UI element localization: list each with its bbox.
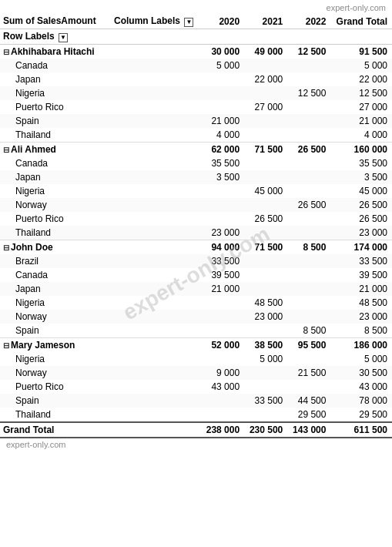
group-total-cell: 12 500 <box>287 45 330 59</box>
group-total-cell: 26 500 <box>287 143 330 157</box>
cell-value <box>287 184 330 198</box>
table-row: Nigeria45 00045 000 <box>0 184 392 198</box>
cell-value <box>201 212 244 226</box>
table-row: Spain21 00021 000 <box>0 114 392 128</box>
cell-value <box>201 184 244 198</box>
group-total-cell: 8 500 <box>287 240 330 255</box>
cell-value <box>244 114 287 128</box>
row-label: Brazil <box>0 254 201 268</box>
cell-value: 21 000 <box>330 282 392 296</box>
cell-value: 5 000 <box>330 59 392 72</box>
cell-value: 33 500 <box>330 254 392 268</box>
cell-value <box>244 226 287 240</box>
cell-value <box>287 296 330 310</box>
col-labels-label: Column Labels <box>114 15 180 26</box>
cell-value: 26 500 <box>287 198 330 212</box>
expand-icon[interactable]: ⊟ <box>3 341 9 350</box>
column-labels-filter-icon[interactable]: ▼ <box>184 18 193 27</box>
cell-value: 8 500 <box>330 324 392 338</box>
bottom-brand: expert-only.com <box>0 438 392 452</box>
row-label: Canada <box>0 268 201 282</box>
group-row: ⊟John Doe94 00071 5008 500174 000 <box>0 240 392 255</box>
group-total-cell: 71 500 <box>244 143 287 157</box>
table-row: Japan3 5003 500 <box>0 170 392 184</box>
row-label: Canada <box>0 156 201 170</box>
grand-total-label: Grand Total <box>0 422 201 438</box>
cell-value: 21 000 <box>201 282 244 296</box>
cell-value: 12 500 <box>287 86 330 100</box>
cell-value <box>287 170 330 184</box>
cell-value <box>201 310 244 324</box>
cell-value: 21 500 <box>287 366 330 380</box>
row-label: Thailand <box>0 226 201 240</box>
cell-value <box>244 366 287 380</box>
column-header-row: Sum of SalesAmount Column Labels ▼ 2020 … <box>0 14 392 29</box>
row-label: Spain <box>0 394 201 408</box>
expand-icon[interactable]: ⊟ <box>3 243 9 252</box>
row-labels-label: Row Labels ▼ <box>0 29 201 45</box>
expand-icon[interactable]: ⊟ <box>3 146 9 154</box>
grand-total-row: Grand Total238 000230 500143 000611 500 <box>0 422 392 438</box>
cell-value: 39 500 <box>330 268 392 282</box>
row-label: Spain <box>0 114 201 128</box>
cell-value: 23 000 <box>201 226 244 240</box>
group-row: ⊟Mary Jameson52 00038 50095 500186 000 <box>0 338 392 353</box>
cell-value <box>244 59 287 72</box>
cell-value <box>287 310 330 324</box>
cell-value <box>244 86 287 100</box>
group-row: ⊟Ali Ahmed62 00071 50026 500160 000 <box>0 143 392 157</box>
cell-value <box>201 394 244 408</box>
cell-value: 23 000 <box>330 226 392 240</box>
cell-value <box>201 86 244 100</box>
cell-value <box>244 408 287 422</box>
cell-value <box>244 156 287 170</box>
cell-value: 8 500 <box>287 324 330 338</box>
table-row: Puerto Rico43 00043 000 <box>0 380 392 394</box>
cell-value: 33 500 <box>244 394 287 408</box>
cell-value: 48 500 <box>244 296 287 310</box>
row-label: Puerto Rico <box>0 380 201 394</box>
row-label: Puerto Rico <box>0 212 201 226</box>
group-total-cell: 62 000 <box>201 143 244 157</box>
cell-value: 35 500 <box>330 156 392 170</box>
cell-value: 22 000 <box>244 72 287 86</box>
grand-total-cell: 238 000 <box>201 422 244 438</box>
cell-value: 27 000 <box>330 100 392 114</box>
row-label: Norway <box>0 366 201 380</box>
row-label: Thailand <box>0 128 201 143</box>
cell-value: 43 000 <box>330 380 392 394</box>
cell-value <box>244 198 287 212</box>
cell-value: 29 500 <box>330 408 392 422</box>
table-row: Thailand29 50029 500 <box>0 408 392 422</box>
row-labels-filter-icon[interactable]: ▼ <box>59 33 68 42</box>
cell-value: 23 000 <box>330 310 392 324</box>
row-label: Nigeria <box>0 296 201 310</box>
table-row: Norway23 00023 000 <box>0 310 392 324</box>
cell-value <box>287 128 330 143</box>
cell-value <box>287 114 330 128</box>
expand-icon[interactable]: ⊟ <box>3 48 9 56</box>
group-total-cell: 91 500 <box>330 45 392 59</box>
row-label: Puerto Rico <box>0 100 201 114</box>
table-row: Thailand4 0004 000 <box>0 128 392 143</box>
cell-value: 9 000 <box>201 366 244 380</box>
table-row: Canada5 0005 000 <box>0 59 392 72</box>
cell-value: 3 500 <box>330 170 392 184</box>
cell-value: 4 000 <box>330 128 392 143</box>
table-row: Spain8 5008 500 <box>0 324 392 338</box>
row-label: Norway <box>0 310 201 324</box>
cell-value <box>287 100 330 114</box>
cell-value <box>287 352 330 366</box>
cell-value: 26 500 <box>244 212 287 226</box>
row-label: Canada <box>0 59 201 72</box>
cell-value <box>287 268 330 282</box>
cell-value <box>201 408 244 422</box>
row-label: Japan <box>0 282 201 296</box>
year-2020-header: 2020 <box>201 14 244 29</box>
cell-value: 45 000 <box>244 184 287 198</box>
cell-value: 3 500 <box>201 170 244 184</box>
row-label: Thailand <box>0 408 201 422</box>
group-total-cell: 186 000 <box>330 338 392 353</box>
table-row: Nigeria12 50012 500 <box>0 86 392 100</box>
group-total-cell: 52 000 <box>201 338 244 353</box>
